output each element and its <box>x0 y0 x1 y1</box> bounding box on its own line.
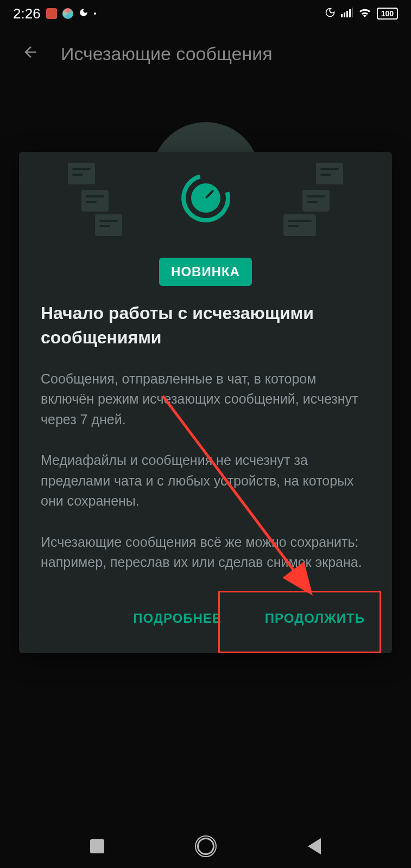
continue-button[interactable]: ПРОДОЛЖИТЬ <box>254 600 376 637</box>
svg-rect-4 <box>352 8 353 17</box>
status-left: 2:26 <box>13 5 96 22</box>
wifi-icon <box>358 8 371 20</box>
dialog-actions: ПОДРОБНЕЕ ПРОДОЛЖИТЬ <box>19 589 392 653</box>
timer-icon <box>181 174 230 222</box>
dialog-paragraph: Медиафайлы и сообщения не исчезнут за пр… <box>41 450 370 512</box>
notification-dot <box>94 12 96 15</box>
svg-rect-1 <box>344 12 345 17</box>
svg-rect-3 <box>349 9 351 17</box>
svg-rect-0 <box>341 14 343 17</box>
app-icon <box>62 8 73 19</box>
dialog-title: Начало работы с исчезающими сообщениями <box>19 286 392 361</box>
message-bubble-icon <box>95 214 122 236</box>
dialog: НОВИНКА Начало работы с исчезающими сооб… <box>19 152 392 653</box>
nav-home-icon[interactable] <box>197 838 214 855</box>
status-right: 100 <box>325 7 398 20</box>
status-time: 2:26 <box>13 5 41 22</box>
nav-back-icon[interactable] <box>308 838 321 854</box>
nav-bar <box>0 825 411 868</box>
message-bubble-icon <box>316 163 343 184</box>
signal-icon <box>341 8 353 20</box>
message-bubble-icon <box>68 163 95 184</box>
svg-rect-2 <box>346 11 348 17</box>
battery-icon: 100 <box>377 8 398 20</box>
dialog-paragraph: Исчезающие сообщения всё же можно сохран… <box>41 532 370 573</box>
new-badge: НОВИНКА <box>159 258 252 286</box>
dialog-illustration <box>19 152 392 244</box>
message-bubble-icon <box>283 214 316 236</box>
moon-icon <box>79 8 88 20</box>
dialog-paragraph: Сообщения, отправленные в чат, в котором… <box>41 369 370 430</box>
status-bar: 2:26 100 <box>0 0 411 27</box>
dialog-body: Сообщения, отправленные в чат, в котором… <box>19 361 392 589</box>
nav-recent-icon[interactable] <box>90 839 104 853</box>
back-arrow-icon[interactable] <box>22 43 39 65</box>
notification-icon <box>46 8 57 19</box>
message-bubble-icon <box>81 190 109 212</box>
dnd-moon-icon <box>325 7 336 20</box>
page-title: Исчезающие сообщения <box>61 43 273 65</box>
more-button[interactable]: ПОДРОБНЕЕ <box>122 600 232 637</box>
app-header: Исчезающие сообщения <box>0 27 411 75</box>
message-bubble-icon <box>302 190 330 212</box>
